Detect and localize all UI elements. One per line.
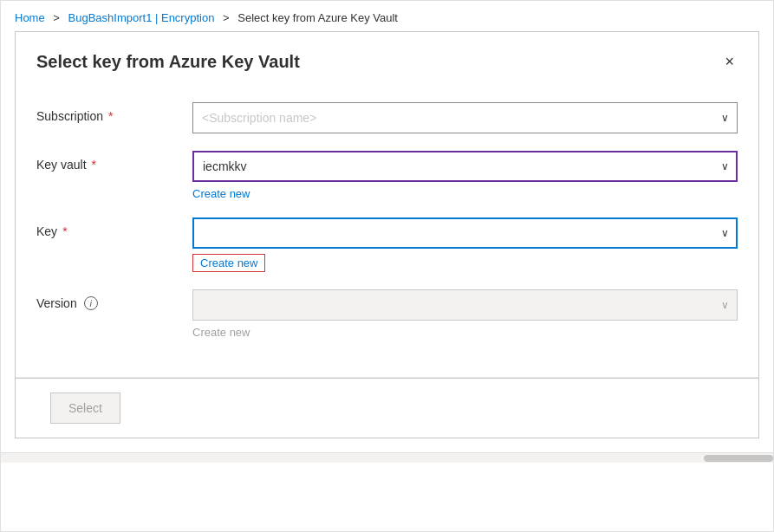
key-vault-label: Key vault *: [36, 151, 192, 172]
scrollbar-thumb[interactable]: [704, 455, 773, 462]
dialog: Select key from Azure Key Vault × Subscr…: [15, 31, 759, 438]
key-select-wrapper: ∨: [192, 217, 738, 249]
dialog-title: Select key from Azure Key Vault: [36, 52, 300, 72]
breadcrumb-home[interactable]: Home: [15, 11, 45, 24]
close-button[interactable]: ×: [721, 49, 738, 75]
select-button[interactable]: Select: [50, 393, 120, 424]
version-info-icon: i: [84, 296, 98, 310]
key-create-new-link[interactable]: Create new: [192, 254, 265, 272]
breadcrumb: Home > BugBashImport1 | Encryption > Sel…: [1, 1, 773, 31]
subscription-select[interactable]: <Subscription name>: [192, 102, 738, 133]
version-row: Version i ∨ Create new: [36, 289, 738, 339]
subscription-row: Subscription * <Subscription name> ∨: [36, 102, 738, 133]
version-label: Version i: [36, 289, 192, 310]
key-vault-create-new-link[interactable]: Create new: [192, 187, 250, 200]
key-vault-select[interactable]: iecmkkv: [192, 151, 738, 182]
subscription-required: *: [108, 109, 113, 123]
key-vault-required: *: [92, 158, 96, 172]
subscription-label: Subscription *: [36, 102, 192, 123]
dialog-footer: Select: [16, 378, 758, 438]
key-control: ∨ Create new: [192, 217, 738, 272]
breadcrumb-sep1: >: [53, 11, 60, 24]
breadcrumb-current: Select key from Azure Key Vault: [237, 11, 398, 24]
breadcrumb-sep2: >: [223, 11, 230, 24]
bottom-scrollbar[interactable]: [1, 452, 773, 463]
key-vault-select-wrapper: iecmkkv ∨: [192, 151, 738, 182]
version-select: [192, 289, 738, 321]
subscription-select-wrapper: <Subscription name> ∨: [192, 102, 738, 133]
page-wrapper: Home > BugBashImport1 | Encryption > Sel…: [0, 0, 774, 532]
subscription-control: <Subscription name> ∨: [192, 102, 738, 133]
dialog-header: Select key from Azure Key Vault ×: [16, 32, 758, 88]
dialog-body: Subscription * <Subscription name> ∨ Key…: [16, 88, 758, 377]
breadcrumb-link2[interactable]: BugBashImport1 | Encryption: [68, 11, 215, 24]
key-label: Key *: [36, 217, 192, 238]
version-control: ∨ Create new: [192, 289, 738, 339]
subscription-placeholder: <Subscription name>: [202, 111, 316, 125]
key-vault-row: Key vault * iecmkkv ∨ Create new: [36, 151, 738, 200]
version-select-wrapper: ∨: [192, 289, 738, 321]
key-select[interactable]: [192, 217, 738, 249]
version-create-new-disabled: Create new: [192, 326, 250, 339]
key-row: Key * ∨ Create new: [36, 217, 738, 272]
key-required: *: [62, 224, 67, 238]
key-vault-control: iecmkkv ∨ Create new: [192, 151, 738, 200]
key-vault-value: iecmkkv: [203, 159, 247, 173]
